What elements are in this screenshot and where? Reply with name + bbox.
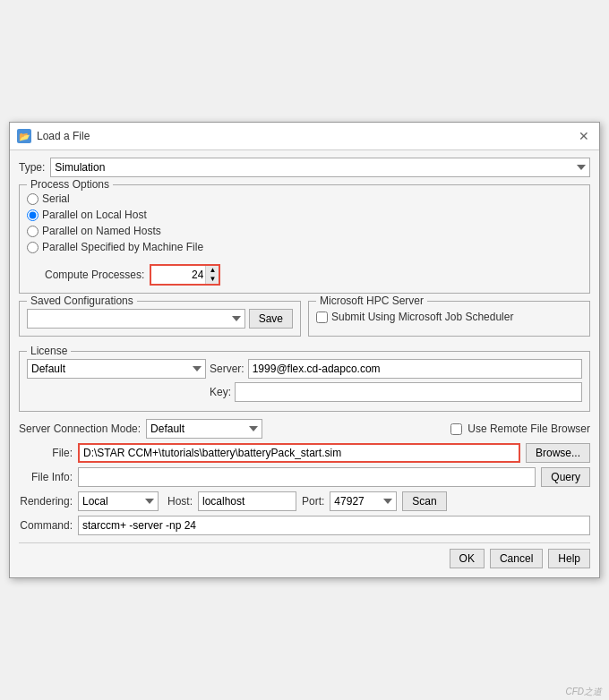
- remote-file-checkbox[interactable]: [450, 423, 462, 435]
- save-config-button[interactable]: Save: [249, 309, 293, 329]
- dialog-body: Type: Simulation Process Options Serial …: [10, 150, 599, 577]
- compute-row: Compute Processes: 24 ▲ ▼: [27, 264, 582, 286]
- serial-label[interactable]: Serial: [42, 192, 70, 205]
- rendering-row: Rendering: Local Host: Port: 47927 Scan: [19, 491, 590, 511]
- dialog-title: Load a File: [37, 130, 90, 142]
- load-file-dialog: 📂 Load a File ✕ Type: Simulation Process…: [9, 122, 600, 578]
- config-inner: Save: [27, 309, 293, 329]
- server-mode-label: Server Connection Mode:: [19, 423, 141, 435]
- parallel-local-radio-row: Parallel on Local Host: [27, 209, 582, 221]
- license-key-row: Key:: [27, 382, 582, 402]
- parallel-named-label[interactable]: Parallel on Named Hosts: [42, 225, 161, 237]
- port-select[interactable]: 47927: [330, 491, 397, 511]
- host-input[interactable]: [198, 491, 296, 511]
- config-hpc-section: Saved Configurations Save Microsoft HPC …: [19, 301, 590, 344]
- type-label: Type:: [19, 161, 45, 174]
- hpc-checkbox-label[interactable]: Submit Using Microsoft Job Scheduler: [331, 311, 513, 323]
- rendering-label: Rendering:: [19, 495, 73, 508]
- serial-radio-row: Serial: [27, 192, 582, 205]
- hpc-group: Microsoft HPC Server Submit Using Micros…: [308, 301, 590, 337]
- command-input[interactable]: [78, 516, 590, 535]
- parallel-local-label[interactable]: Parallel on Local Host: [42, 209, 147, 221]
- hpc-label: Microsoft HPC Server: [316, 295, 427, 307]
- server-mode-row: Server Connection Mode: Default Use Remo…: [19, 419, 590, 439]
- parallel-machine-radio-row: Parallel Specified by Machine File: [27, 241, 582, 253]
- license-group-label: License: [27, 345, 71, 357]
- parallel-named-radio[interactable]: [27, 226, 39, 237]
- hpc-checkbox-row: Submit Using Microsoft Job Scheduler: [316, 311, 582, 323]
- browse-button[interactable]: Browse...: [526, 443, 590, 463]
- port-label: Port:: [302, 495, 324, 508]
- file-info-row: File Info: Query: [19, 467, 590, 487]
- file-info-input[interactable]: [78, 467, 536, 487]
- title-bar-left: 📂 Load a File: [17, 129, 90, 143]
- file-input[interactable]: [78, 443, 520, 463]
- close-button[interactable]: ✕: [576, 128, 592, 144]
- command-label: Command:: [19, 519, 73, 532]
- server-label: Server:: [210, 363, 244, 375]
- dialog-icon: 📂: [17, 129, 31, 143]
- cancel-button[interactable]: Cancel: [490, 549, 543, 568]
- compute-label: Compute Processes:: [45, 269, 144, 281]
- type-select[interactable]: Simulation: [50, 158, 590, 177]
- type-row: Type: Simulation: [19, 158, 590, 177]
- process-options-label: Process Options: [27, 178, 113, 191]
- parallel-named-radio-row: Parallel on Named Hosts: [27, 225, 582, 237]
- bottom-buttons: OK Cancel Help: [19, 542, 590, 568]
- spinbox-down[interactable]: ▼: [206, 275, 219, 284]
- process-options-group: Process Options Serial Parallel on Local…: [19, 184, 590, 294]
- compute-spinbox: 24 ▲ ▼: [150, 264, 220, 286]
- server-input[interactable]: [248, 359, 582, 379]
- title-bar: 📂 Load a File ✕: [10, 123, 599, 150]
- rendering-select[interactable]: Local: [78, 491, 159, 511]
- saved-config-label: Saved Configurations: [27, 295, 137, 307]
- scan-button[interactable]: Scan: [402, 491, 446, 511]
- compute-input[interactable]: 24: [151, 266, 205, 284]
- serial-radio[interactable]: [27, 193, 39, 205]
- server-mode-select[interactable]: Default: [146, 419, 262, 439]
- license-grid: Default Server: Key:: [27, 359, 582, 402]
- config-select[interactable]: [27, 309, 245, 329]
- remote-file-label[interactable]: Use Remote File Browser: [467, 423, 590, 435]
- license-first-row: Default Server:: [27, 359, 582, 379]
- saved-config-group: Saved Configurations Save: [19, 301, 301, 337]
- file-label: File:: [19, 447, 73, 459]
- license-group: License Default Server: Key:: [19, 351, 590, 412]
- key-input[interactable]: [235, 382, 582, 402]
- parallel-machine-label[interactable]: Parallel Specified by Machine File: [42, 241, 203, 253]
- license-select[interactable]: Default: [27, 359, 206, 379]
- hpc-checkbox[interactable]: [316, 312, 328, 323]
- parallel-machine-radio[interactable]: [27, 242, 39, 253]
- host-label: Host:: [167, 495, 193, 508]
- file-info-label: File Info:: [19, 471, 73, 483]
- command-row: Command:: [19, 516, 590, 535]
- watermark: CFD之道: [565, 686, 602, 698]
- parallel-local-radio[interactable]: [27, 209, 39, 221]
- spinbox-up[interactable]: ▲: [206, 266, 219, 275]
- ok-button[interactable]: OK: [450, 549, 485, 568]
- help-button[interactable]: Help: [548, 549, 590, 568]
- key-label: Key:: [210, 386, 231, 398]
- file-row: File: Browse...: [19, 443, 590, 463]
- spinbox-arrows: ▲ ▼: [205, 266, 219, 284]
- query-button[interactable]: Query: [541, 467, 590, 487]
